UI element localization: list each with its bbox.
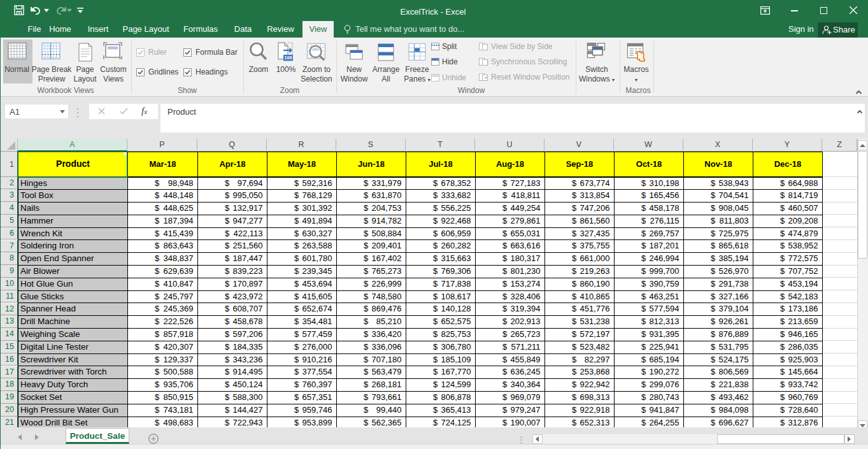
svg-text:100: 100 [284, 55, 292, 61]
